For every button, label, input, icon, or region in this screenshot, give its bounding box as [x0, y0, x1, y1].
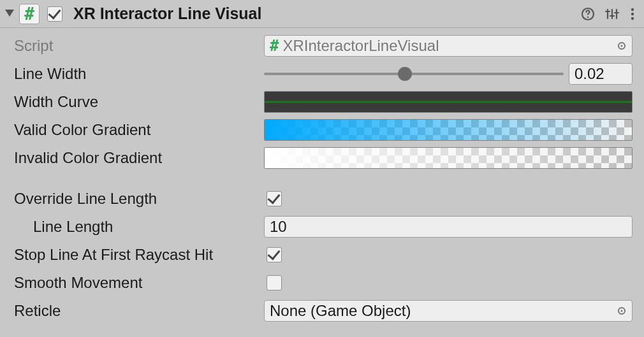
- invalid-gradient-label: Invalid Color Gradient: [14, 149, 264, 167]
- slider-thumb[interactable]: [398, 67, 412, 81]
- help-icon[interactable]: [580, 6, 596, 22]
- script-value: XRInteractorLineVisual: [282, 37, 439, 55]
- invalid-gradient-overlay: [265, 148, 632, 168]
- reticle-label: Reticle: [14, 302, 264, 320]
- line-width-input[interactable]: [569, 63, 633, 85]
- override-line-length-row: Override Line Length: [14, 186, 638, 212]
- stop-line-checkbox[interactable]: [267, 247, 282, 262]
- object-picker-icon[interactable]: [615, 305, 628, 317]
- svg-point-9: [631, 8, 634, 10]
- context-menu-icon[interactable]: [629, 6, 636, 22]
- script-object-field[interactable]: # XRInteractorLineVisual: [264, 35, 633, 57]
- svg-point-15: [621, 310, 623, 312]
- width-curve-field[interactable]: [264, 91, 633, 113]
- width-curve-row: Width Curve: [14, 89, 638, 115]
- override-checkbox[interactable]: [267, 191, 282, 206]
- stop-line-label: Stop Line At First Raycast Hit: [14, 246, 264, 264]
- smooth-label: Smooth Movement: [14, 274, 264, 292]
- component-title: XR Interactor Line Visual: [73, 4, 261, 23]
- reticle-value: None (Game Object): [270, 302, 411, 320]
- override-label: Override Line Length: [14, 190, 264, 208]
- smooth-checkbox[interactable]: [267, 275, 282, 290]
- invalid-gradient-row: Invalid Color Gradient: [14, 145, 638, 171]
- line-length-value[interactable]: [270, 218, 627, 236]
- component-enabled-checkbox[interactable]: [47, 6, 62, 22]
- valid-gradient-row: Valid Color Gradient: [14, 117, 638, 143]
- invalid-gradient-field[interactable]: [264, 147, 633, 169]
- svg-marker-0: [5, 10, 14, 17]
- valid-gradient-overlay: [265, 120, 632, 140]
- line-width-label: Line Width: [14, 65, 264, 83]
- line-length-input[interactable]: [264, 216, 633, 238]
- component-header: # XR Interactor Line Visual: [0, 0, 644, 28]
- presets-icon[interactable]: [604, 6, 620, 22]
- svg-point-10: [631, 12, 634, 15]
- svg-point-2: [587, 16, 589, 17]
- line-width-slider[interactable]: [264, 63, 564, 85]
- line-width-value[interactable]: [574, 65, 627, 83]
- object-picker-icon[interactable]: [615, 39, 628, 52]
- script-row: Script # XRInteractorLineVisual: [14, 33, 638, 59]
- stop-line-row: Stop Line At First Raycast Hit: [14, 242, 638, 268]
- component-body: Script # XRInteractorLineVisual Line Wid…: [0, 28, 644, 330]
- valid-gradient-field[interactable]: [264, 119, 633, 141]
- svg-point-11: [631, 17, 634, 19]
- line-length-label: Line Length: [14, 218, 264, 236]
- line-width-row: Line Width: [14, 61, 638, 87]
- valid-gradient-label: Valid Color Gradient: [14, 121, 264, 139]
- curve-line: [265, 101, 632, 103]
- script-type-icon: #: [19, 4, 40, 24]
- reticle-row: Reticle None (Game Object): [14, 298, 638, 324]
- smooth-movement-row: Smooth Movement: [14, 270, 638, 296]
- foldout-toggle-icon[interactable]: [5, 10, 14, 18]
- inspector-panel: # XR Interactor Line Visual: [0, 0, 644, 337]
- script-hash-icon: #: [270, 37, 279, 55]
- reticle-object-field[interactable]: None (Game Object): [264, 300, 633, 322]
- script-label: Script: [14, 37, 264, 55]
- line-length-row: Line Length: [14, 214, 638, 240]
- width-curve-label: Width Curve: [14, 93, 264, 111]
- svg-point-13: [621, 45, 623, 47]
